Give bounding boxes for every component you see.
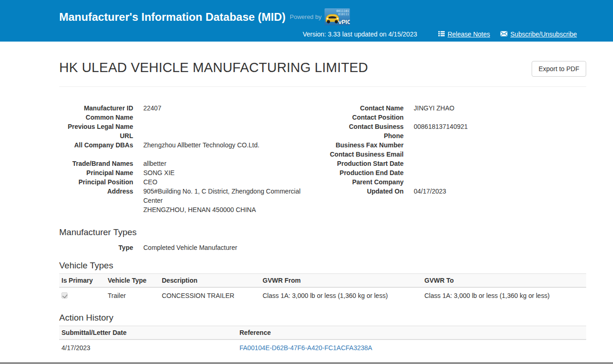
- field-value: allbetter: [143, 159, 166, 168]
- main-content: HK ULEAD VEHICLE MANUFACTURING LIMITED E…: [59, 60, 586, 355]
- field-label: Updated On: [330, 187, 404, 196]
- address-line-1: 905#Building No. 1, C District, Zhengdon…: [143, 187, 318, 205]
- is-primary-checkbox: [61, 292, 67, 298]
- field-label: Contact Business Email: [330, 150, 404, 159]
- gvwr-from-cell: Class 1A: 3,000 lb or less (1,360 kg or …: [260, 287, 422, 303]
- field-trade-brand-names: Trade/Brand Names allbetter: [59, 159, 330, 168]
- field-business-fax-number: Business Fax Number: [330, 140, 586, 150]
- details-right-column: Contact Name JINGYI ZHAO Contact Positio…: [330, 103, 586, 214]
- footer-strip: [0, 362, 613, 364]
- column-header-is-primary: Is Primary: [59, 274, 105, 288]
- app-title: Manufacturer's Information Database (MID…: [59, 11, 286, 24]
- table-header-row: Is Primary Vehicle Type Description GVWR…: [59, 274, 586, 288]
- field-all-company-dbas: All Company DBAs Zhengzhou Allbetter Tec…: [59, 140, 330, 150]
- field-contact-position: Contact Position: [330, 113, 586, 122]
- field-value: SONG XIE: [143, 168, 175, 177]
- manufacturer-types-heading: Manufacturer Types: [59, 227, 586, 237]
- description-cell: CONCESSION TRAILER: [159, 287, 260, 303]
- field-value: Completed Vehicle Manufacturer: [143, 243, 237, 252]
- field-value: 22407: [143, 103, 161, 113]
- gvwr-to-cell: Class 1A: 3,000 lb or less (1,360 kg or …: [422, 287, 586, 303]
- field-value: Zhengzhou Allbetter Technology CO.Ltd.: [143, 140, 259, 150]
- column-header-reference: Reference: [237, 326, 586, 340]
- column-header-description: Description: [159, 274, 260, 288]
- powered-by-label: Powered by: [290, 13, 322, 20]
- vehicle-types-heading: Vehicle Types: [59, 261, 586, 271]
- field-label: Business Fax Number: [330, 140, 404, 150]
- column-header-vehicle-type: Vehicle Type: [105, 274, 159, 288]
- field-value: 008618137140921: [414, 122, 468, 131]
- title-divider: [59, 86, 586, 87]
- table-header-row: Submittal/Letter Date Reference: [59, 326, 586, 340]
- field-principal-position: Principal Position CEO: [59, 177, 330, 187]
- reference-link[interactable]: FA00104E-D62B-47F6-A420-FC1ACFA3238A: [239, 344, 372, 352]
- release-notes-link[interactable]: Release Notes: [438, 30, 490, 38]
- field-parent-company: Parent Company: [330, 177, 586, 187]
- field-label: Contact Position: [330, 113, 404, 122]
- field-production-end-date: Production End Date: [330, 168, 586, 177]
- field-label: Type: [59, 243, 133, 252]
- column-header-gvwr-to: GVWR To: [422, 274, 586, 288]
- field-label: Manufacturer ID: [59, 103, 133, 113]
- field-label: Production End Date: [330, 168, 404, 177]
- field-label: Address: [59, 187, 133, 196]
- field-label: Principal Position: [59, 177, 133, 187]
- field-contact-business-phone: Contact Business Phone 008618137140921: [330, 122, 586, 140]
- column-header-submittal-date: Submittal/Letter Date: [59, 326, 237, 340]
- subscribe-label: Subscribe/Unsubscribe: [510, 30, 577, 38]
- field-type: Type Completed Vehicle Manufacturer: [59, 243, 586, 252]
- field-common-name: Common Name: [59, 113, 330, 122]
- field-address: Address 905#Building No. 1, C District, …: [59, 187, 330, 214]
- field-label: URL: [59, 131, 133, 140]
- field-label: Production Start Date: [330, 159, 404, 168]
- release-notes-label: Release Notes: [447, 30, 490, 38]
- column-spacer: [59, 150, 330, 159]
- column-header-gvwr-from: GVWR From: [260, 274, 422, 288]
- vpic-logo-icon: 0011101 010111 vPIC: [325, 8, 350, 25]
- action-history-heading: Action History: [59, 313, 586, 323]
- export-pdf-button[interactable]: Export to PDF: [532, 61, 586, 77]
- field-value: CEO: [143, 177, 157, 187]
- field-principal-name: Principal Name SONG XIE: [59, 168, 330, 177]
- list-icon: [438, 30, 445, 38]
- field-label: Contact Business Phone: [330, 122, 404, 140]
- field-url: URL: [59, 131, 330, 140]
- vehicle-types-table: Is Primary Vehicle Type Description GVWR…: [59, 273, 586, 303]
- field-label: Principal Name: [59, 168, 133, 177]
- field-contact-business-email: Contact Business Email: [330, 150, 586, 159]
- field-label: Contact Name: [330, 103, 404, 113]
- app-header: Manufacturer's Information Database (MID…: [0, 0, 613, 42]
- svg-text:vPIC: vPIC: [338, 19, 350, 25]
- submittal-date-cell: 4/17/2023: [59, 340, 237, 355]
- field-updated-on: Updated On 04/17/2023: [330, 187, 586, 196]
- field-label: All Company DBAs: [59, 140, 133, 150]
- subscribe-link[interactable]: Subscribe/Unsubscribe: [500, 30, 577, 38]
- page-title: HK ULEAD VEHICLE MANUFACTURING LIMITED: [59, 60, 368, 75]
- version-text: Version: 3.33 last updated on 4/15/2023: [303, 30, 417, 38]
- svg-text:010111: 010111: [338, 12, 349, 16]
- field-manufacturer-id: Manufacturer ID 22407: [59, 103, 330, 113]
- field-previous-legal-name: Previous Legal Name: [59, 122, 330, 131]
- field-contact-name: Contact Name JINGYI ZHAO: [330, 103, 586, 113]
- field-label: Previous Legal Name: [59, 122, 133, 131]
- field-value: JINGYI ZHAO: [414, 103, 454, 113]
- details-left-column: Manufacturer ID 22407 Common Name Previo…: [59, 103, 330, 214]
- field-label: Common Name: [59, 113, 133, 122]
- field-label: Parent Company: [330, 177, 404, 187]
- field-label: Trade/Brand Names: [59, 159, 133, 168]
- manufacturer-details: Manufacturer ID 22407 Common Name Previo…: [59, 103, 586, 214]
- field-value: 04/17/2023: [414, 187, 446, 196]
- envelope-icon: [500, 30, 508, 38]
- table-row: 4/17/2023 FA00104E-D62B-47F6-A420-FC1ACF…: [59, 340, 586, 355]
- action-history-table: Submittal/Letter Date Reference 4/17/202…: [59, 326, 586, 355]
- field-production-start-date: Production Start Date: [330, 159, 586, 168]
- field-value: 905#Building No. 1, C District, Zhengdon…: [143, 187, 318, 214]
- table-row: Trailer CONCESSION TRAILER Class 1A: 3,0…: [59, 287, 586, 303]
- vehicle-type-cell: Trailer: [105, 287, 159, 303]
- address-line-2: ZHENGZHOU, HENAN 450000 CHINA: [143, 205, 318, 214]
